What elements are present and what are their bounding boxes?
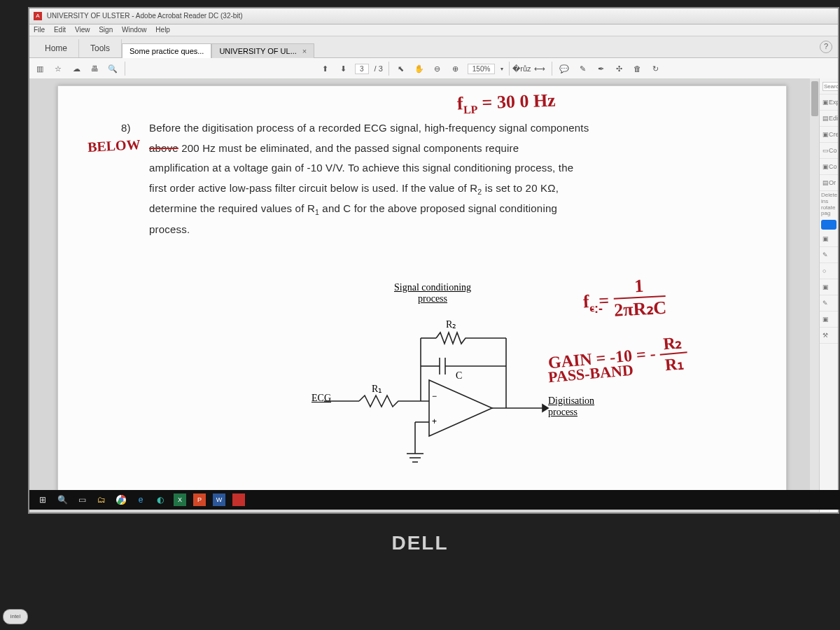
intel-sticker: intel: [3, 609, 28, 624]
menu-sign[interactable]: Sign: [99, 26, 113, 34]
menu-view[interactable]: View: [75, 26, 90, 34]
word-icon[interactable]: W: [213, 493, 225, 506]
doc-tab-1[interactable]: Some practice ques...: [122, 43, 211, 58]
annot-fc: fc = 1 2πR₂C: [582, 277, 667, 326]
label-c: C: [456, 370, 462, 382]
help-icon[interactable]: ?: [820, 41, 832, 53]
doc-tab-2[interactable]: UNIVERSITY OF UL... ×: [211, 43, 314, 58]
menu-help[interactable]: Help: [155, 26, 170, 34]
menubar[interactable]: File Edit View Sign Window Help: [29, 24, 838, 36]
zoom-out-icon[interactable]: ⊖: [431, 62, 444, 75]
tools-pane: ▣ Exp ▤ Edi ▣ Cre ▭ Co ▣ Co ▤ Or Delete,…: [819, 78, 838, 512]
tool-comment[interactable]: ▭ Co: [820, 143, 838, 159]
blue-button[interactable]: [821, 220, 836, 230]
search-input[interactable]: [822, 82, 838, 91]
annot-below: BELOW: [87, 136, 141, 155]
edge-icon[interactable]: ◐: [154, 493, 167, 506]
trash-icon[interactable]: 🗑: [631, 62, 643, 75]
sidebar-toggle-icon[interactable]: ▥: [34, 62, 46, 75]
tool-combine[interactable]: ▣ Co: [820, 159, 838, 175]
label-r1: R₁: [372, 383, 382, 395]
page-total: / 3: [374, 64, 383, 73]
hand-icon[interactable]: ✋: [413, 62, 426, 75]
taskview-icon[interactable]: ▭: [76, 493, 88, 506]
pdf-icon: A: [34, 12, 42, 20]
tabstrip: Home Tools Some practice ques... UNIVERS…: [29, 36, 838, 58]
label-digitisation: Digitisationprocess: [548, 396, 594, 418]
tab-tools[interactable]: Tools: [79, 39, 122, 57]
page-down-icon[interactable]: ⬇: [337, 62, 349, 75]
fitpage-icon[interactable]: �růz: [515, 62, 528, 75]
tab-home[interactable]: Home: [34, 39, 79, 57]
page-up-icon[interactable]: ⬆: [318, 62, 331, 75]
label-r2: R₂: [446, 318, 456, 330]
document-area: fLP = 30 0 Hz BELOW 8) Before the digiti…: [29, 78, 810, 512]
windows-taskbar[interactable]: ⊞ 🔍 ▭ 🗂 e ◐ X P W: [29, 490, 840, 510]
comment-icon[interactable]: 💬: [558, 62, 570, 75]
close-icon[interactable]: ×: [302, 47, 307, 55]
page-current[interactable]: 3: [355, 64, 369, 74]
monitor-brand: DELL: [391, 532, 448, 554]
window-title: UNIVERSITY OF ULSTER - Adobe Acrobat Rea…: [47, 12, 243, 20]
cloud-icon[interactable]: ☁: [70, 62, 83, 75]
tool-extra-1[interactable]: ▣: [820, 231, 838, 247]
app-red-icon[interactable]: [232, 493, 245, 506]
toolbar: ▥ ☆ ☁ 🖶 🔍 ⬆ ⬇ 3 / 3 ⬉ ✋ ⊖ ⊕ 150% ▾ �růz …: [29, 58, 838, 80]
readmode-icon[interactable]: ⟷: [533, 62, 546, 75]
tool-extra-4[interactable]: ▣: [820, 279, 838, 295]
adobe-reader-window: A UNIVERSITY OF ULSTER - Adobe Acrobat R…: [28, 7, 839, 514]
tool-extra-3[interactable]: ○: [820, 263, 838, 279]
scroll-thumb[interactable]: [811, 81, 818, 116]
star-icon[interactable]: ☆: [52, 62, 64, 75]
excel-icon[interactable]: X: [174, 493, 186, 506]
refresh-icon[interactable]: ↻: [649, 62, 662, 75]
sign-icon[interactable]: ✒: [594, 62, 607, 75]
menu-file[interactable]: File: [34, 26, 45, 34]
tool-organise[interactable]: ▤ Or: [820, 175, 838, 191]
tool-extra-7[interactable]: ⚒: [820, 328, 838, 344]
tool-extra-6[interactable]: ▣: [820, 312, 838, 328]
stamp-icon[interactable]: ✣: [612, 62, 625, 75]
zoom-in-icon[interactable]: ⊕: [449, 62, 462, 75]
highlight-icon[interactable]: ✎: [576, 62, 589, 75]
question-body: Before the digitisation process of a rec…: [149, 118, 751, 240]
print-icon[interactable]: 🖶: [88, 62, 101, 75]
label-ecg: ECG: [312, 393, 331, 404]
explorer-icon[interactable]: 🗂: [95, 493, 108, 506]
pointer-icon[interactable]: ⬉: [395, 62, 407, 75]
question-number: 8): [121, 118, 131, 139]
tool-edit[interactable]: ▤ Edi: [820, 111, 838, 127]
menu-window[interactable]: Window: [122, 26, 147, 34]
search-icon[interactable]: 🔍: [106, 62, 119, 75]
ie-icon[interactable]: e: [134, 493, 147, 506]
vertical-scrollbar[interactable]: ▴ ▾: [810, 78, 820, 512]
taskbar-search-icon[interactable]: 🔍: [56, 493, 69, 506]
pdf-page: fLP = 30 0 Hz BELOW 8) Before the digiti…: [57, 85, 787, 493]
tool-extra-5[interactable]: ✎: [820, 295, 838, 312]
tool-export[interactable]: ▣ Exp: [820, 94, 838, 111]
tool-create[interactable]: ▣ Cre: [820, 127, 838, 143]
tool-extra-2[interactable]: ✎: [820, 247, 838, 263]
titlebar: A UNIVERSITY OF ULSTER - Adobe Acrobat R…: [29, 8, 838, 24]
zoom-level[interactable]: 150%: [468, 64, 496, 74]
annot-flp: fLP = 30 0 Hz: [456, 90, 556, 117]
powerpoint-icon[interactable]: P: [193, 493, 206, 506]
start-icon[interactable]: ⊞: [36, 493, 49, 506]
chrome-icon[interactable]: [115, 493, 127, 506]
circuit-diagram: Signal conditioningprocess: [317, 282, 555, 471]
tooltip-delete: Delete, ins rotate pag: [820, 191, 838, 218]
menu-edit[interactable]: Edit: [54, 26, 66, 34]
